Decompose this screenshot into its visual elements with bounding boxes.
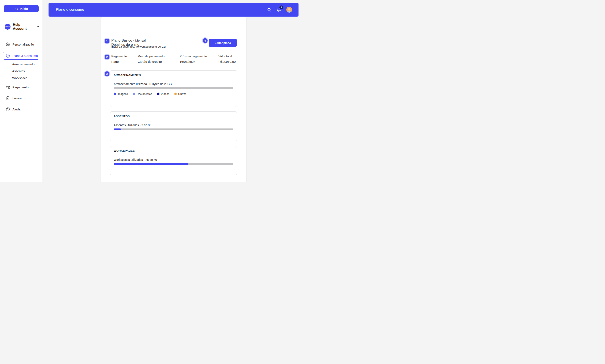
workspaces-card: WORKSPACES Workspaces utilizados - 25 de… [110,146,237,175]
legend-dot-videos [157,92,160,95]
plan-billing-period: - Mensal [133,39,146,42]
step-badge-2-number: 2 [105,55,109,59]
workspaces-progress-track [114,163,233,165]
step-badge-4: 4 [202,37,208,44]
home-button[interactable]: Início [4,5,39,12]
legend-item-documents: Documentos [133,92,152,95]
seats-card-title: ASSENTOS [114,115,130,118]
legend-item-videos: Vídeos [157,92,169,95]
storage-progress-track [114,87,233,89]
payment-method-label: Meio de pagamento [138,55,164,58]
sidebar-item-label: Ajuda [12,107,20,111]
account-logo: wikimes [5,24,11,30]
payment-method-value: Cartão de crédito [138,60,164,63]
next-payment-label: Próximo pagamento [180,55,207,58]
home-icon [14,7,18,11]
sidebar-item-plan-consumption[interactable]: Plano & Consumo [3,52,39,60]
step-badge-2: 2 [104,54,110,60]
app-root: Início wikimes Help Account Personalizaç… [0,0,302,182]
plan-name-text: Plano Básico [111,39,132,42]
step-badge-1: 1 [104,38,110,44]
search-button[interactable] [267,8,271,12]
home-button-label: Início [20,7,28,11]
account-name: Help Account [13,23,34,31]
total-value-column: Valor total R$ 2.960,00 [218,55,236,63]
legend-dot-images [114,92,116,95]
total-value-label: Valor total [218,55,236,58]
step-badge-3-number: 3 [105,71,109,76]
account-switcher[interactable]: wikimes Help Account [5,24,40,30]
trash-icon [6,96,10,100]
legend-item-others: Outros [174,92,186,95]
plan-includes: Inclui 33 assentos, 40 workspaces e 20 G… [111,45,166,48]
sidebar-item-label: Plano & Consumo [12,54,38,57]
sidebar: Início wikimes Help Account Personalizaç… [0,0,42,182]
gear-icon [6,42,10,46]
notification-count-badge: 8 [279,5,283,9]
storage-card: ARMAZENAMENTO Armazenamento utilizado - … [110,70,237,107]
payment-method-column: Meio de pagamento Cartão de crédito [138,55,164,63]
chevron-down-icon [36,25,40,28]
step-badge-3: 3 [104,71,110,77]
workspaces-usage-text: Workspaces utilizados - 25 de 40 [114,158,157,161]
step-badge-1-number: 1 [105,39,109,43]
sidebar-subitem-workspace[interactable]: Workspace [12,76,27,80]
storage-legend: Imagens Documentos Vídeos Outros [114,92,186,95]
legend-dot-documents [133,92,135,95]
help-circle-icon [6,107,10,111]
workspaces-card-title: WORKSPACES [114,149,135,152]
step-badge-4-number: 4 [203,38,208,43]
sidebar-item-personalization[interactable]: Personalização [0,41,42,47]
edit-plan-button[interactable]: Editar plano [209,39,237,47]
seats-card: ASSENTOS Assentos utilizados - 2 de 33 [110,111,237,141]
seats-usage-text: Assentos utilizados - 2 de 33 [114,123,151,127]
storage-card-title: ARMAZENAMENTO [114,74,141,77]
content-panel: Detalhes do plano 1 Plano Básico - Mensa… [101,17,246,182]
payment-status-value: Pago [111,60,127,63]
sidebar-item-help[interactable]: Ajuda [0,106,42,112]
seats-progress-track [114,129,233,130]
sidebar-subitem-storage[interactable]: Armazenamento [12,62,34,66]
sidebar-item-label: Lixeira [12,96,22,100]
legend-label-videos: Vídeos [161,92,169,95]
user-menu-button[interactable] [286,7,292,13]
pie-chart-icon [6,54,10,58]
legend-dot-others [174,92,177,95]
legend-item-images: Imagens [114,92,128,95]
payment-status-label: Pagamento [111,55,127,58]
page-title: Plano e consumo [56,8,84,12]
header-actions: 8 [267,7,292,13]
notifications-button[interactable]: 8 [277,8,281,12]
plan-name: Plano Básico - Mensal [111,39,146,43]
storage-usage-text: Armazenamento utilizado - 0 Bytes de 20G… [114,82,172,86]
sidebar-item-label: Pagamento [12,85,28,89]
credit-card-lock-icon [6,85,10,89]
sidebar-item-trash[interactable]: Lixeira [0,95,42,101]
sidebar-item-label: Personalização [12,43,34,46]
next-payment-value: 16/03/2024 [180,60,207,63]
search-icon [267,8,271,12]
avatar [286,7,292,13]
header: Plano e consumo 8 [49,3,298,17]
sidebar-subitem-seats[interactable]: Assentos [12,69,25,73]
legend-label-images: Imagens [117,92,128,95]
total-value-value: R$ 2.960,00 [218,60,236,63]
next-payment-column: Próximo pagamento 16/03/2024 [180,55,207,63]
sidebar-item-payment[interactable]: Pagamento [0,84,42,90]
seats-progress-fill [114,129,121,130]
payment-status-column: Pagamento Pago [111,55,127,63]
legend-label-others: Outros [178,92,186,95]
legend-label-documents: Documentos [137,92,152,95]
workspaces-progress-fill [114,163,188,165]
account-logo-text: wikimes [5,26,10,27]
